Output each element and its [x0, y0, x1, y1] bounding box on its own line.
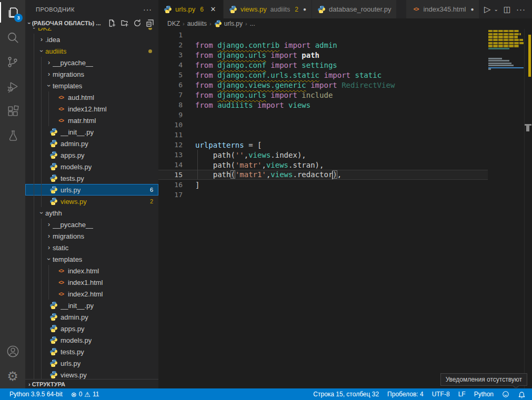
tree-item-index2-html[interactable]: <>index2.html	[25, 288, 158, 300]
encoding-status[interactable]: UTF-8	[428, 391, 454, 398]
code-line-9[interactable]: 9	[158, 110, 488, 120]
code-line-4[interactable]: 4from django.conf import settings	[158, 60, 488, 70]
code-editor[interactable]: 12from django.contrib import admin3from …	[158, 29, 532, 388]
tree-item-models-py[interactable]: models.py	[25, 334, 158, 346]
code-line-15[interactable]: 15 path('matr1',views.redactor),	[158, 170, 488, 180]
unsaved-dot-icon[interactable]: ●	[470, 6, 474, 12]
run-icon[interactable]: ▷	[482, 4, 493, 15]
accounts-icon[interactable]	[0, 339, 25, 364]
code-line-17[interactable]: 17	[158, 190, 488, 200]
search-icon[interactable]	[0, 25, 25, 49]
breadcrumb-item--[interactable]: ...	[250, 20, 255, 27]
code-line-16[interactable]: 16]	[158, 180, 488, 190]
refresh-icon[interactable]	[133, 19, 142, 27]
python-interpreter-status[interactable]: Python 3.9.5 64-bit	[5, 391, 67, 398]
explorer-more-actions-icon[interactable]: ···	[143, 5, 152, 14]
tree-item-label: tests.py	[61, 175, 84, 182]
code-line-10[interactable]: 10	[158, 120, 488, 130]
workspace-label: (РАБОЧАЯ ОБЛАСТЬ) ...	[32, 20, 101, 26]
tree-item--init-py[interactable]: __init__.py	[25, 126, 158, 138]
tree-item-templates[interactable]: ›templates	[25, 253, 158, 265]
collapse-all-icon[interactable]	[146, 19, 154, 27]
tree-item-admin-py[interactable]: admin.py	[25, 311, 158, 323]
code-line-7[interactable]: 7from django.urls import include	[158, 90, 488, 100]
tree-item-static[interactable]: ›static	[25, 242, 158, 253]
minimap[interactable]	[488, 30, 524, 70]
breadcrumb-item-urls-py[interactable]: urls.py	[214, 20, 243, 28]
notifications-bell-icon[interactable]	[514, 391, 530, 398]
minimap-line	[488, 48, 509, 49]
breadcrumb-item-dkz[interactable]: DKZ	[167, 20, 180, 27]
breadcrumb-item-audiiits[interactable]: audiiits	[187, 20, 207, 27]
code-line-12[interactable]: 12urlpatterns = [	[158, 140, 488, 150]
tab-views-py[interactable]: views.pyaudiiits2●	[224, 0, 312, 18]
code-token: path	[213, 170, 231, 179]
tree-item-audiiits[interactable]: ›audiiits	[25, 45, 158, 57]
tree-item-matr-html[interactable]: <>matr.html	[25, 115, 158, 126]
testing-icon[interactable]	[0, 124, 25, 148]
source-control-icon[interactable]	[0, 49, 25, 74]
tree-item-urls-py[interactable]: urls.py	[25, 357, 158, 369]
tree-item-aythh[interactable]: ›aythh	[25, 207, 158, 219]
python-file-icon	[49, 313, 58, 321]
tree-item--pycache-[interactable]: ›__pycache__	[25, 219, 158, 230]
tree-item-apps-py[interactable]: apps.py	[25, 323, 158, 334]
tree-item--pycache-[interactable]: ›__pycache__	[25, 57, 158, 68]
tree-item--init-py[interactable]: __init__.py	[25, 300, 158, 311]
tab-index345-html[interactable]: <>index345.html●	[406, 0, 479, 18]
code-line-13[interactable]: 13 path('',views.index),	[158, 150, 488, 160]
tab-urls-py[interactable]: urls.py6✕	[158, 0, 223, 18]
code-line-3[interactable]: 3from django.urls import path	[158, 50, 488, 60]
outline-section-header[interactable]: › СТРУКТУРА	[25, 379, 158, 388]
new-folder-icon[interactable]	[121, 19, 129, 27]
run-dropdown-icon[interactable]: ⌄	[491, 6, 500, 13]
tree-item-admin-py[interactable]: admin.py	[25, 138, 158, 149]
tree-item-tests-py[interactable]: tests.py	[25, 346, 158, 357]
language-mode-status[interactable]: Python	[470, 391, 498, 398]
tree-item-tests-py[interactable]: tests.py	[25, 172, 158, 184]
code-line-1[interactable]: 1	[158, 30, 488, 40]
tree-item-index12-html[interactable]: <>index12.html	[25, 103, 158, 115]
split-editor-icon[interactable]: ◫	[501, 4, 513, 14]
close-tab-icon[interactable]: ✕	[208, 5, 218, 13]
tree-item-index-html[interactable]: <>index.html	[25, 265, 158, 276]
tree-item-migrations[interactable]: ›migrations	[25, 68, 158, 80]
code-line-11[interactable]: 11	[158, 130, 488, 140]
tree-item-label: index.html	[68, 267, 99, 275]
tree-item-templates[interactable]: ›templates	[25, 80, 158, 91]
problems-status[interactable]: ⊗0⚠11	[67, 391, 104, 398]
extensions-icon[interactable]	[0, 99, 25, 124]
cursor-position-status[interactable]: Строка 15, столбец 32	[309, 391, 383, 398]
new-file-icon[interactable]	[108, 19, 116, 27]
tab-database-roouter-py[interactable]: database_roouter.py	[312, 0, 397, 18]
code-token: from	[195, 101, 217, 109]
workspace-section-header[interactable]: › (РАБОЧАЯ ОБЛАСТЬ) ...	[25, 18, 158, 28]
eol-status[interactable]: LF	[454, 391, 470, 398]
feedback-icon[interactable]	[498, 391, 514, 398]
indentation-status[interactable]: Пробелов: 4	[383, 391, 428, 398]
code-token: views	[270, 170, 293, 179]
code-line-14[interactable]: 14 path('matr',views.stran),	[158, 160, 488, 170]
explorer-icon[interactable]: 3	[0, 0, 25, 25]
tree-item-label: index1.html	[68, 279, 103, 286]
tree-item-migrations[interactable]: ›migrations	[25, 230, 158, 242]
code-line-6[interactable]: 6from django.views.generic import Redire…	[158, 80, 488, 90]
tree-item-aud-html[interactable]: <>aud.html	[25, 91, 158, 103]
tree-item-urls-py[interactable]: urls.py6	[25, 184, 158, 196]
settings-icon[interactable]: ⚙	[0, 364, 25, 388]
tree-item-views-py[interactable]: views.py2	[25, 196, 158, 207]
tree-indent-guide	[48, 265, 49, 300]
tree-item-dkz[interactable]: ›DKZ	[25, 28, 158, 34]
more-actions-icon[interactable]: ···	[514, 4, 528, 14]
code-line-8[interactable]: 8from audiiits import views	[158, 100, 488, 110]
tree-item-models-py[interactable]: models.py	[25, 161, 158, 172]
tree-item--idea[interactable]: ›.idea	[25, 34, 158, 45]
tree-item-apps-py[interactable]: apps.py	[25, 149, 158, 161]
code-line-5[interactable]: 5from django.conf.urls.static import sta…	[158, 70, 488, 80]
tree-item-index1-html[interactable]: <>index1.html	[25, 276, 158, 288]
code-area[interactable]: 12from django.contrib import admin3from …	[158, 30, 488, 200]
tree-item-views-py[interactable]: views.py	[25, 369, 158, 379]
run-and-debug-icon[interactable]	[0, 74, 25, 99]
code-line-2[interactable]: 2from django.contrib import admin	[158, 40, 488, 50]
unsaved-dot-icon[interactable]: ●	[303, 6, 306, 12]
